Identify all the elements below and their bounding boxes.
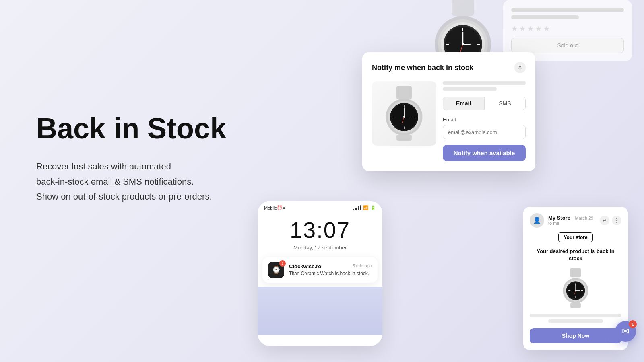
wifi-icon: 📶 — [363, 205, 369, 210]
phone-alarm-icon: ⏰ — [277, 205, 283, 210]
svg-rect-0 — [452, 0, 474, 16]
email-skeleton-2 — [548, 319, 603, 323]
tab-email[interactable]: Email — [443, 97, 484, 110]
skeleton-subtitle — [511, 15, 579, 19]
svg-rect-15 — [396, 86, 412, 99]
modal-body: Email SMS Email Notify when available — [372, 81, 526, 161]
modal-header: Notify me when back in stock × — [372, 62, 526, 73]
svg-point-13 — [462, 43, 464, 45]
email-body-text: Your desired product is back in stock — [530, 248, 621, 262]
chat-envelope-icon: ✉ — [622, 326, 629, 337]
notify-modal: Notify me when back in stock × — [362, 52, 535, 171]
subtitle-line2: back-in-stock email & SMS notifications. — [36, 177, 194, 187]
phone-dot: ● — [283, 206, 285, 210]
signal-strength-icon — [353, 205, 361, 210]
chat-widget-button[interactable]: ✉ 1 — [615, 321, 636, 342]
notification-app-icon: ⌚ 1 — [268, 262, 284, 278]
star-rating: ★ ★ ★ ★ ★ — [511, 24, 624, 33]
subtitle-line3: Show on out-of-stock products or pre-ord… — [36, 191, 212, 202]
hero-subtitle: Recover lost sales with automated back-i… — [36, 159, 270, 204]
form-skeleton-1 — [443, 81, 526, 85]
email-label: Email — [443, 117, 526, 123]
skeleton-title — [511, 8, 624, 12]
hero-section: Back in Stock Recover lost sales with au… — [36, 113, 270, 204]
phone-time-display: 13:07 — [258, 213, 382, 245]
modal-close-button[interactable]: × — [514, 62, 526, 73]
svg-rect-42 — [570, 303, 581, 308]
email-mockup: 👤 My Store March 29 to me ↩ ⋮ Your store… — [523, 207, 628, 350]
email-menu-button[interactable]: ⋮ — [612, 216, 621, 225]
svg-rect-28 — [396, 135, 412, 141]
hero-title: Back in Stock — [36, 113, 270, 144]
svg-rect-29 — [570, 268, 581, 277]
store-badge: Your store — [558, 232, 592, 242]
sender-name: My Store March 29 — [548, 215, 596, 221]
email-input[interactable] — [443, 125, 526, 139]
phone-status-label: Mobile — [264, 206, 277, 210]
svg-point-41 — [575, 290, 576, 291]
chat-badge-count: 1 — [629, 320, 637, 328]
subtitle-line1: Recover lost sales with automated — [36, 161, 171, 171]
sender-avatar: 👤 — [530, 213, 544, 228]
phone-notification-card: ⌚ 1 Clockwise.ro 5 min ago Titan Ceramic… — [262, 257, 378, 283]
email-header: 👤 My Store March 29 to me ↩ ⋮ — [530, 213, 621, 228]
modal-form: Email SMS Email Notify when available — [443, 81, 526, 161]
email-reply-button[interactable]: ↩ — [600, 216, 609, 225]
sender-info: My Store March 29 to me — [548, 215, 596, 226]
sold-out-button: Sold out — [511, 38, 624, 53]
phone-date-display: Monday, 17 september — [258, 245, 382, 251]
email-action-buttons: ↩ ⋮ — [600, 216, 621, 225]
notify-when-available-button[interactable]: Notify when available — [443, 145, 526, 161]
phone-mockup: Mobile ⏰ ● 📶 🔋 13:07 Monday, 17 septembe… — [258, 201, 382, 346]
notification-message: Titan Ceramic Watch is back in stock. — [289, 271, 372, 276]
product-thumbnail — [372, 81, 436, 146]
notification-content: Clockwise.ro 5 min ago Titan Ceramic Wat… — [289, 263, 372, 276]
notification-time: 5 min ago — [353, 263, 372, 269]
battery-icon: 🔋 — [370, 205, 376, 210]
notification-tab-group[interactable]: Email SMS — [443, 97, 526, 110]
modal-title: Notify me when back in stock — [372, 64, 473, 72]
notification-badge: 1 — [279, 260, 286, 267]
svg-point-27 — [403, 116, 405, 118]
email-product-image — [555, 268, 596, 308]
phone-status-bar: Mobile ⏰ ● 📶 🔋 — [258, 201, 382, 213]
email-date: March 29 — [575, 216, 594, 220]
shop-now-button[interactable]: Shop Now — [530, 328, 621, 343]
email-skeleton-1 — [530, 314, 621, 317]
form-skeleton-2 — [443, 87, 497, 91]
email-to-me: to me — [548, 221, 596, 226]
notification-app-name: Clockwise.ro — [289, 263, 321, 269]
tab-sms[interactable]: SMS — [485, 97, 525, 110]
phone-bottom-decoration — [258, 287, 382, 335]
